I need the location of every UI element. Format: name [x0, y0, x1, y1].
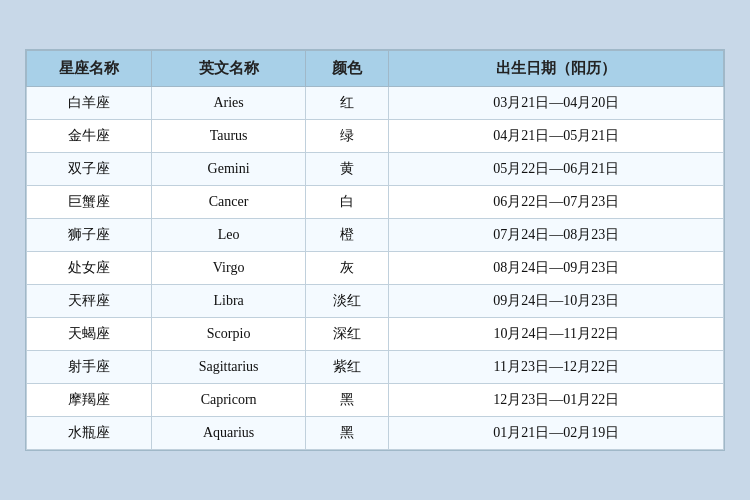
cell-date: 12月23日—01月22日 [389, 384, 724, 417]
cell-color: 黄 [305, 153, 389, 186]
cell-zh: 水瓶座 [27, 417, 152, 450]
table-row: 金牛座Taurus绿04月21日—05月21日 [27, 120, 724, 153]
cell-date: 08月24日—09月23日 [389, 252, 724, 285]
cell-en: Aries [152, 87, 305, 120]
table-row: 处女座Virgo灰08月24日—09月23日 [27, 252, 724, 285]
cell-zh: 射手座 [27, 351, 152, 384]
cell-zh: 双子座 [27, 153, 152, 186]
cell-en: Leo [152, 219, 305, 252]
cell-en: Gemini [152, 153, 305, 186]
cell-color: 紫红 [305, 351, 389, 384]
header-date: 出生日期（阳历） [389, 51, 724, 87]
table-header-row: 星座名称 英文名称 颜色 出生日期（阳历） [27, 51, 724, 87]
cell-date: 01月21日—02月19日 [389, 417, 724, 450]
cell-color: 灰 [305, 252, 389, 285]
cell-date: 07月24日—08月23日 [389, 219, 724, 252]
cell-color: 深红 [305, 318, 389, 351]
table-row: 白羊座Aries红03月21日—04月20日 [27, 87, 724, 120]
header-color: 颜色 [305, 51, 389, 87]
cell-color: 绿 [305, 120, 389, 153]
cell-en: Taurus [152, 120, 305, 153]
cell-color: 淡红 [305, 285, 389, 318]
cell-zh: 狮子座 [27, 219, 152, 252]
cell-en: Virgo [152, 252, 305, 285]
header-en: 英文名称 [152, 51, 305, 87]
cell-date: 05月22日—06月21日 [389, 153, 724, 186]
zodiac-table: 星座名称 英文名称 颜色 出生日期（阳历） 白羊座Aries红03月21日—04… [26, 50, 724, 450]
cell-en: Cancer [152, 186, 305, 219]
table-row: 狮子座Leo橙07月24日—08月23日 [27, 219, 724, 252]
cell-zh: 处女座 [27, 252, 152, 285]
zodiac-table-container: 星座名称 英文名称 颜色 出生日期（阳历） 白羊座Aries红03月21日—04… [25, 49, 725, 451]
cell-zh: 巨蟹座 [27, 186, 152, 219]
cell-color: 橙 [305, 219, 389, 252]
table-row: 双子座Gemini黄05月22日—06月21日 [27, 153, 724, 186]
table-row: 摩羯座Capricorn黑12月23日—01月22日 [27, 384, 724, 417]
cell-zh: 白羊座 [27, 87, 152, 120]
cell-en: Aquarius [152, 417, 305, 450]
table-row: 巨蟹座Cancer白06月22日—07月23日 [27, 186, 724, 219]
table-row: 天蝎座Scorpio深红10月24日—11月22日 [27, 318, 724, 351]
cell-date: 03月21日—04月20日 [389, 87, 724, 120]
cell-en: Scorpio [152, 318, 305, 351]
cell-date: 06月22日—07月23日 [389, 186, 724, 219]
cell-date: 04月21日—05月21日 [389, 120, 724, 153]
cell-color: 黑 [305, 384, 389, 417]
cell-color: 红 [305, 87, 389, 120]
table-row: 射手座Sagittarius紫红11月23日—12月22日 [27, 351, 724, 384]
cell-date: 10月24日—11月22日 [389, 318, 724, 351]
cell-color: 白 [305, 186, 389, 219]
cell-en: Libra [152, 285, 305, 318]
table-row: 水瓶座Aquarius黑01月21日—02月19日 [27, 417, 724, 450]
cell-zh: 金牛座 [27, 120, 152, 153]
cell-date: 09月24日—10月23日 [389, 285, 724, 318]
cell-zh: 摩羯座 [27, 384, 152, 417]
header-zh: 星座名称 [27, 51, 152, 87]
cell-en: Capricorn [152, 384, 305, 417]
cell-en: Sagittarius [152, 351, 305, 384]
cell-zh: 天秤座 [27, 285, 152, 318]
cell-color: 黑 [305, 417, 389, 450]
cell-date: 11月23日—12月22日 [389, 351, 724, 384]
cell-zh: 天蝎座 [27, 318, 152, 351]
table-row: 天秤座Libra淡红09月24日—10月23日 [27, 285, 724, 318]
table-body: 白羊座Aries红03月21日—04月20日金牛座Taurus绿04月21日—0… [27, 87, 724, 450]
